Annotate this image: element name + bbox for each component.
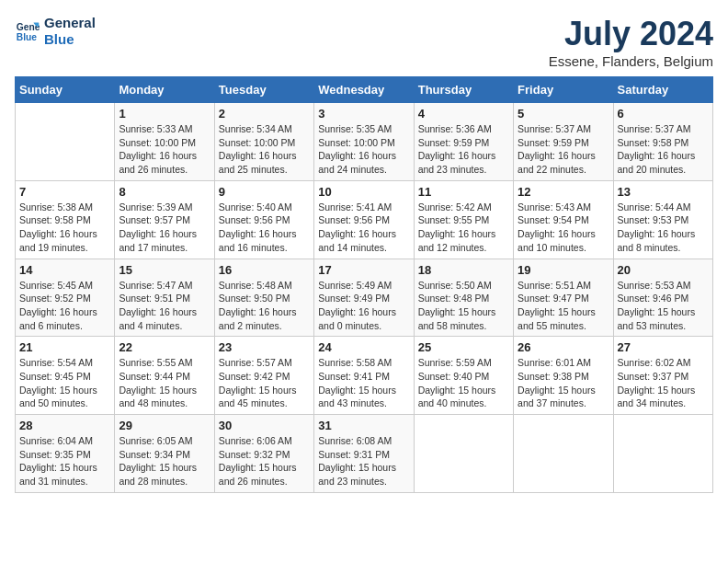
day-cell: 20Sunrise: 5:53 AM Sunset: 9:46 PM Dayli… [613, 259, 712, 337]
day-number: 21 [19, 340, 110, 354]
day-cell [414, 415, 513, 493]
day-number: 11 [418, 185, 509, 199]
day-number: 7 [19, 185, 110, 199]
day-number: 4 [418, 107, 509, 121]
day-number: 2 [219, 107, 310, 121]
day-info: Sunrise: 5:35 AM Sunset: 10:00 PM Daylig… [318, 122, 409, 177]
day-info: Sunrise: 5:38 AM Sunset: 9:58 PM Dayligh… [19, 201, 110, 255]
day-cell: 24Sunrise: 5:58 AM Sunset: 9:41 PM Dayli… [314, 337, 414, 415]
day-number: 27 [618, 340, 709, 354]
svg-text:Blue: Blue [17, 32, 38, 42]
day-number: 24 [318, 340, 409, 354]
day-cell: 13Sunrise: 5:44 AM Sunset: 9:53 PM Dayli… [613, 180, 712, 259]
day-info: Sunrise: 5:42 AM Sunset: 9:55 PM Dayligh… [418, 201, 509, 255]
day-cell [16, 103, 115, 181]
day-info: Sunrise: 5:48 AM Sunset: 9:50 PM Dayligh… [219, 279, 310, 333]
day-info: Sunrise: 5:50 AM Sunset: 9:48 PM Dayligh… [418, 279, 509, 333]
day-number: 26 [518, 340, 609, 354]
day-info: Sunrise: 5:58 AM Sunset: 9:41 PM Dayligh… [318, 356, 409, 410]
day-cell: 23Sunrise: 5:57 AM Sunset: 9:42 PM Dayli… [214, 337, 313, 415]
day-info: Sunrise: 5:45 AM Sunset: 9:52 PM Dayligh… [19, 279, 110, 333]
day-cell: 4Sunrise: 5:36 AM Sunset: 9:59 PM Daylig… [414, 103, 513, 181]
day-info: Sunrise: 6:05 AM Sunset: 9:34 PM Dayligh… [119, 434, 210, 488]
day-number: 15 [119, 263, 210, 277]
day-number: 14 [19, 263, 110, 277]
day-cell: 6Sunrise: 5:37 AM Sunset: 9:58 PM Daylig… [613, 103, 712, 181]
logo-icon: General Blue [15, 18, 40, 44]
header-friday: Friday [514, 77, 613, 103]
day-info: Sunrise: 5:49 AM Sunset: 9:49 PM Dayligh… [318, 279, 409, 333]
day-cell: 2Sunrise: 5:34 AM Sunset: 10:00 PM Dayli… [214, 103, 313, 181]
day-info: Sunrise: 5:44 AM Sunset: 9:53 PM Dayligh… [618, 201, 709, 255]
day-number: 25 [418, 340, 509, 354]
header-saturday: Saturday [613, 77, 712, 103]
calendar-header-row: SundayMondayTuesdayWednesdayThursdayFrid… [16, 77, 713, 103]
week-row-2: 14Sunrise: 5:45 AM Sunset: 9:52 PM Dayli… [16, 259, 713, 337]
day-cell: 8Sunrise: 5:39 AM Sunset: 9:57 PM Daylig… [115, 180, 214, 259]
day-number: 31 [318, 419, 409, 432]
day-info: Sunrise: 6:01 AM Sunset: 9:38 PM Dayligh… [518, 356, 609, 410]
day-number: 17 [318, 263, 409, 277]
day-number: 30 [219, 419, 310, 432]
title-area: July 2024 Essene, Flanders, Belgium [549, 15, 713, 69]
day-cell: 3Sunrise: 5:35 AM Sunset: 10:00 PM Dayli… [314, 103, 414, 181]
day-info: Sunrise: 5:55 AM Sunset: 9:44 PM Dayligh… [119, 356, 210, 410]
day-cell: 1Sunrise: 5:33 AM Sunset: 10:00 PM Dayli… [115, 103, 214, 181]
day-info: Sunrise: 5:33 AM Sunset: 10:00 PM Daylig… [119, 122, 210, 177]
day-info: Sunrise: 5:39 AM Sunset: 9:57 PM Dayligh… [119, 201, 210, 255]
day-number: 28 [19, 419, 110, 432]
day-number: 12 [518, 185, 609, 199]
day-number: 5 [518, 107, 609, 121]
day-info: Sunrise: 5:36 AM Sunset: 9:59 PM Dayligh… [418, 122, 509, 177]
day-info: Sunrise: 5:34 AM Sunset: 10:00 PM Daylig… [219, 122, 310, 177]
logo-blue: Blue [44, 31, 96, 48]
day-number: 9 [219, 185, 310, 199]
day-number: 22 [119, 340, 210, 354]
day-info: Sunrise: 5:43 AM Sunset: 9:54 PM Dayligh… [518, 201, 609, 255]
day-cell [613, 415, 712, 493]
day-cell: 17Sunrise: 5:49 AM Sunset: 9:49 PM Dayli… [314, 259, 414, 337]
day-cell: 21Sunrise: 5:54 AM Sunset: 9:45 PM Dayli… [16, 337, 115, 415]
day-number: 16 [219, 263, 310, 277]
day-number: 18 [418, 263, 509, 277]
header-wednesday: Wednesday [314, 77, 414, 103]
day-cell: 7Sunrise: 5:38 AM Sunset: 9:58 PM Daylig… [16, 180, 115, 259]
calendar-body: 1Sunrise: 5:33 AM Sunset: 10:00 PM Dayli… [16, 103, 713, 493]
day-cell: 30Sunrise: 6:06 AM Sunset: 9:32 PM Dayli… [214, 415, 313, 493]
day-number: 10 [318, 185, 409, 199]
day-info: Sunrise: 5:54 AM Sunset: 9:45 PM Dayligh… [19, 356, 110, 410]
day-cell: 29Sunrise: 6:05 AM Sunset: 9:34 PM Dayli… [115, 415, 214, 493]
day-number: 8 [119, 185, 210, 199]
day-info: Sunrise: 5:59 AM Sunset: 9:40 PM Dayligh… [418, 356, 509, 410]
day-info: Sunrise: 5:37 AM Sunset: 9:59 PM Dayligh… [518, 122, 609, 177]
day-info: Sunrise: 5:47 AM Sunset: 9:51 PM Dayligh… [119, 279, 210, 333]
day-info: Sunrise: 5:37 AM Sunset: 9:58 PM Dayligh… [618, 122, 709, 177]
day-info: Sunrise: 5:57 AM Sunset: 9:42 PM Dayligh… [219, 356, 310, 410]
day-number: 6 [618, 107, 709, 121]
day-info: Sunrise: 5:40 AM Sunset: 9:56 PM Dayligh… [219, 201, 310, 255]
day-cell [514, 415, 613, 493]
day-number: 23 [219, 340, 310, 354]
page-header: General Blue General Blue July 2024 Esse… [15, 15, 713, 69]
day-info: Sunrise: 6:06 AM Sunset: 9:32 PM Dayligh… [219, 434, 310, 488]
day-cell: 10Sunrise: 5:41 AM Sunset: 9:56 PM Dayli… [314, 180, 414, 259]
day-cell: 14Sunrise: 5:45 AM Sunset: 9:52 PM Dayli… [16, 259, 115, 337]
header-monday: Monday [115, 77, 214, 103]
day-info: Sunrise: 6:02 AM Sunset: 9:37 PM Dayligh… [618, 356, 709, 410]
day-number: 29 [119, 419, 210, 432]
day-cell: 18Sunrise: 5:50 AM Sunset: 9:48 PM Dayli… [414, 259, 513, 337]
day-info: Sunrise: 6:08 AM Sunset: 9:31 PM Dayligh… [318, 434, 409, 488]
header-sunday: Sunday [16, 77, 115, 103]
day-cell: 12Sunrise: 5:43 AM Sunset: 9:54 PM Dayli… [514, 180, 613, 259]
day-cell: 28Sunrise: 6:04 AM Sunset: 9:35 PM Dayli… [16, 415, 115, 493]
day-number: 13 [618, 185, 709, 199]
day-cell: 27Sunrise: 6:02 AM Sunset: 9:37 PM Dayli… [613, 337, 712, 415]
day-cell: 16Sunrise: 5:48 AM Sunset: 9:50 PM Dayli… [214, 259, 313, 337]
header-tuesday: Tuesday [214, 77, 313, 103]
day-number: 19 [518, 263, 609, 277]
day-cell: 5Sunrise: 5:37 AM Sunset: 9:59 PM Daylig… [514, 103, 613, 181]
logo: General Blue General Blue [15, 15, 96, 48]
day-cell: 9Sunrise: 5:40 AM Sunset: 9:56 PM Daylig… [214, 180, 313, 259]
day-cell: 25Sunrise: 5:59 AM Sunset: 9:40 PM Dayli… [414, 337, 513, 415]
header-thursday: Thursday [414, 77, 513, 103]
